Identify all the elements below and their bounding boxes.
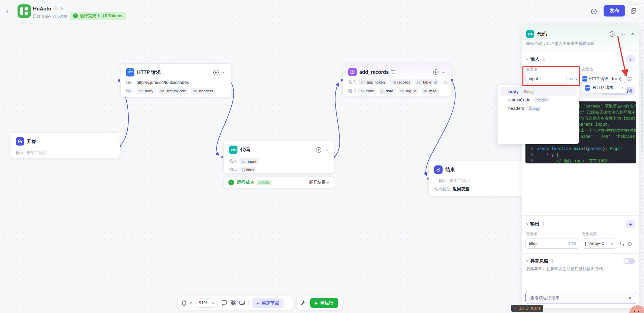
- panel-menu-icon[interactable]: ⋯: [620, 31, 625, 37]
- add-records-node-icon: [348, 68, 357, 76]
- output-var-type-select[interactable]: [ ] Array<O··· ∨: [582, 239, 617, 249]
- play-icon: ▶: [315, 301, 318, 305]
- run-result-bar[interactable]: ✓ 运行成功 0.059s 展开结果 ∨: [223, 176, 334, 188]
- info-icon[interactable]: ⓘ: [54, 6, 58, 11]
- fit-view-icon[interactable]: [239, 301, 245, 306]
- run-node-icon[interactable]: [213, 70, 219, 75]
- run-status-badge[interactable]: ✓ 运行完成 1s | 0 Tokens: [70, 12, 126, 20]
- output-type-label: 输出类型: [434, 186, 450, 192]
- column-var-value: 变量值: [581, 67, 593, 72]
- run-status-text: 运行完成 1s | 0 Tokens: [80, 13, 122, 19]
- test-run-button[interactable]: ▶ 试运行: [310, 298, 338, 308]
- run-node-icon[interactable]: [433, 69, 439, 75]
- add-input-button[interactable]: +: [626, 55, 635, 63]
- back-button[interactable]: ‹: [6, 7, 8, 15]
- run-node-icon[interactable]: [610, 31, 615, 37]
- var-type-select[interactable]: str. ∨: [569, 76, 578, 81]
- app-logo: [18, 4, 31, 18]
- network-speed-badge: ↑ 10.3 KB/s: [511, 305, 543, 312]
- expand-result-button[interactable]: 展开结果 ∨: [309, 180, 329, 185]
- output-tag: str.log_id: [398, 88, 419, 94]
- output-tag: { }data: [379, 88, 395, 94]
- plus-icon: +: [256, 300, 259, 306]
- node-title: add_records: [359, 69, 389, 75]
- back-icon: ‹: [6, 7, 8, 15]
- input-tag: str.input: [239, 158, 259, 164]
- start-node-icon: [16, 137, 24, 146]
- input-section-title: 输入: [530, 56, 540, 62]
- method-label: GET: [126, 80, 134, 85]
- input-var-name-field[interactable]: [525, 74, 567, 84]
- node-menu-icon[interactable]: ⋯: [221, 70, 226, 75]
- node-http[interactable]: ⌒HTTP⌄ HTTP 请求 ⋯ GET http://v.juhe.cn/to…: [120, 63, 231, 97]
- output-label: 输出: [439, 178, 447, 184]
- remove-input-icon[interactable]: ⊖: [627, 75, 632, 83]
- add-output-button[interactable]: +: [626, 220, 635, 228]
- publish-button[interactable]: 发布: [604, 5, 625, 17]
- close-icon[interactable]: ×: [629, 295, 632, 301]
- multi-window-icon[interactable]: [627, 4, 640, 17]
- chevron-down-icon: ∨: [326, 181, 329, 184]
- run-toolbar: ▶ 试运行: [296, 296, 343, 310]
- node-menu-icon[interactable]: ⋯: [324, 147, 329, 153]
- history-icon[interactable]: [590, 8, 598, 15]
- cursor-mode-icon[interactable]: [182, 300, 186, 306]
- duration-badge: 0.059s: [257, 180, 271, 185]
- output-label: 输出: [229, 167, 237, 173]
- collapse-icon[interactable]: ∨: [526, 222, 529, 226]
- input-label: 输入: [16, 150, 24, 156]
- output-tag: str.headers: [191, 88, 216, 94]
- http-node-icon: ⌒HTTP⌄: [126, 68, 134, 76]
- chevron-down-icon: ∨: [575, 77, 578, 81]
- plugin-icon: [391, 70, 395, 74]
- node-start[interactable]: 开始 输入 未配置输入: [10, 132, 120, 158]
- chevron-down-icon[interactable]: ∨: [189, 301, 192, 305]
- view-run-result-bar[interactable]: 查看试运行结果 ×: [525, 292, 636, 304]
- remove-output-icon[interactable]: ⊖: [627, 240, 632, 247]
- output-label: 输出: [126, 88, 134, 94]
- collapse-icon[interactable]: ∨: [526, 259, 529, 263]
- menu-item-body[interactable]: body String: [500, 87, 577, 96]
- node-code[interactable]: </> 代码 ⋯ 输入 str.input 输出 [ ]titles: [223, 141, 334, 174]
- http-node-icon: HTTP: [585, 85, 590, 91]
- node-add-records[interactable]: add_records ⋯ 输入 str.app_token [{}]recor…: [343, 63, 451, 96]
- line-number: 9: [525, 152, 537, 158]
- node-title: 结束: [445, 166, 455, 173]
- add-child-field-icon[interactable]: [620, 241, 625, 246]
- output-var-name-field[interactable]: titles 6/20: [525, 239, 579, 249]
- edit-title-icon[interactable]: ✎: [60, 6, 63, 11]
- auto-layout-icon[interactable]: [230, 300, 236, 306]
- success-icon: ✓: [228, 180, 234, 185]
- output-tag: int.statusCode: [158, 88, 188, 94]
- info-icon: ⓘ: [542, 222, 545, 227]
- run-node-icon[interactable]: [316, 147, 321, 153]
- code-line: 10 // 确保 input 存在并解析: [525, 158, 636, 163]
- input-tag: str.table_id: [415, 79, 439, 85]
- code-node-icon: </>: [229, 146, 237, 154]
- chevron-right-icon: ›: [622, 85, 623, 90]
- reference-node-menu[interactable]: HTTP HTTP 请求 ›: [581, 82, 627, 93]
- close-panel-icon[interactable]: ×: [631, 31, 634, 37]
- info-icon: ⓘ: [542, 57, 545, 62]
- end-node-icon: [434, 165, 443, 174]
- add-node-button[interactable]: + 添加节点: [252, 298, 284, 308]
- output-tag: str.msg: [421, 88, 439, 94]
- node-title: 开始: [27, 138, 37, 145]
- wrench-icon[interactable]: [301, 300, 306, 306]
- node-end[interactable]: 结束 输出 未配置输出 输出类型 返回变量: [428, 161, 529, 196]
- http-node-icon: HTTP: [582, 76, 587, 82]
- menu-item-headers[interactable]: headers String: [500, 104, 577, 113]
- zoom-level-select[interactable]: 91% ∨: [195, 299, 218, 308]
- collapse-icon[interactable]: ∨: [526, 58, 529, 61]
- menu-item-statuscode[interactable]: statusCode Integer: [500, 96, 577, 104]
- autosave-status: 已自动保存 21:50:08: [33, 14, 67, 19]
- input-tag: [{}]records: [389, 79, 413, 85]
- comment-icon[interactable]: [221, 300, 227, 306]
- output-empty-value: 未配置输出: [449, 178, 471, 184]
- exception-ignore-toggle[interactable]: [623, 258, 635, 264]
- locate-node-icon[interactable]: ⊙: [619, 76, 623, 82]
- node-menu-icon[interactable]: ⋯: [441, 69, 446, 75]
- clear-reference-icon[interactable]: ×: [615, 77, 617, 81]
- panel-scrollbar[interactable]: [641, 71, 643, 152]
- output-tag: [ ]titles: [239, 167, 256, 173]
